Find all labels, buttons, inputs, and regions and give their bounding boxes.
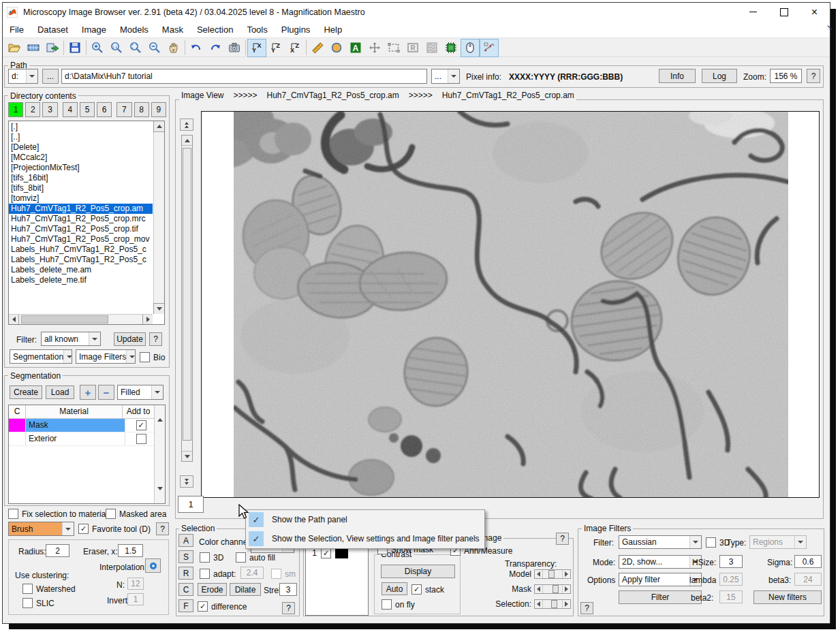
- file-list-item[interactable]: [MCcalc2]: [9, 153, 153, 163]
- recent-dirs-select[interactable]: ...: [431, 69, 460, 84]
- mouse-wheel-icon[interactable]: [461, 39, 480, 57]
- crop-tool-icon[interactable]: [384, 39, 403, 57]
- adapt-input[interactable]: 2.4: [240, 567, 264, 579]
- auto-contrast-button[interactable]: Auto: [382, 582, 407, 595]
- browse-button[interactable]: ...: [42, 69, 59, 84]
- material-addto-checkbox[interactable]: [125, 432, 157, 445]
- filter-select[interactable]: Gaussian: [619, 535, 702, 549]
- h-scroll-thumb[interactable]: [21, 315, 108, 323]
- erode-button[interactable]: Erode: [198, 583, 227, 596]
- file-list-item[interactable]: Huh7_CmVTag1_R2_Pos5_crop.am: [9, 204, 153, 214]
- material-row[interactable]: Mask✓: [9, 419, 165, 432]
- file-list-item[interactable]: Huh7_CmVTag1_R2_Pos5_crop_mov: [9, 234, 153, 244]
- create-model-button[interactable]: Create: [10, 385, 42, 399]
- zoom-one-to-one-icon[interactable]: 1:1: [107, 39, 126, 57]
- selection-f-button[interactable]: F: [178, 599, 193, 612]
- file-list-item[interactable]: Labels_delete_me.am: [9, 265, 153, 275]
- buffer-button-3[interactable]: 3: [42, 102, 57, 117]
- slice-slider[interactable]: [181, 135, 193, 462]
- material-name[interactable]: Exterior: [26, 432, 125, 445]
- info-button[interactable]: Info: [659, 69, 696, 83]
- channel-listbox[interactable]: 1✓: [305, 545, 369, 616]
- minimize-button[interactable]: [738, 3, 768, 21]
- beta3-input[interactable]: 24: [794, 573, 822, 586]
- view-settings-help-button[interactable]: ?: [556, 533, 569, 545]
- fill-type-select[interactable]: Filled: [117, 385, 164, 400]
- onfly-checkbox[interactable]: on fly: [382, 599, 415, 610]
- sigma-input[interactable]: 0.6: [794, 555, 822, 568]
- filters-help-button[interactable]: ?: [580, 602, 593, 614]
- materials-scrollbar[interactable]: [154, 405, 165, 503]
- file-filter-select[interactable]: all known: [41, 332, 101, 346]
- zoom-input[interactable]: 156 %: [770, 69, 802, 83]
- dataset-grid-icon[interactable]: [24, 39, 43, 57]
- remove-material-button[interactable]: −: [98, 385, 114, 400]
- menu-item-selection[interactable]: Selection: [190, 21, 240, 37]
- radius-input[interactable]: 2: [46, 544, 69, 557]
- autofill-checkbox[interactable]: auto fill: [236, 552, 275, 563]
- selection-3d-checkbox[interactable]: 3D: [200, 552, 223, 563]
- file-list-item[interactable]: [Delete]: [9, 142, 153, 153]
- mode-select[interactable]: 2D, show...: [619, 555, 702, 569]
- h-scrollbar[interactable]: [9, 314, 153, 324]
- brush-config-icon[interactable]: [480, 39, 499, 57]
- roi-tool-icon[interactable]: R: [403, 39, 422, 57]
- display-button[interactable]: Display: [381, 565, 455, 578]
- difference-checkbox[interactable]: ✓difference: [198, 601, 247, 612]
- menu-item-tools[interactable]: Tools: [240, 21, 274, 37]
- menu-item-file[interactable]: File: [3, 21, 31, 37]
- measure-ruler-icon[interactable]: [308, 39, 327, 57]
- selection-a-button[interactable]: A: [178, 534, 193, 547]
- file-list-item[interactable]: Labels_Huh7_CmVTag1_R2_Pos5_c: [9, 244, 153, 255]
- hsize-input[interactable]: 3: [719, 555, 743, 568]
- material-name[interactable]: Mask: [26, 419, 125, 432]
- undo-icon[interactable]: [187, 39, 206, 57]
- plane-yz-icon[interactable]: YZ: [266, 39, 285, 57]
- new-filters-button[interactable]: New filters: [753, 590, 822, 604]
- scroll-up-button[interactable]: [153, 121, 164, 132]
- dock-arrow-icon[interactable]: ↘: [826, 22, 833, 32]
- plane-xz-icon[interactable]: XZ: [285, 39, 305, 57]
- drive-select[interactable]: d:: [8, 69, 38, 84]
- buffer-button-8[interactable]: 8: [134, 102, 149, 117]
- magic-wand-icon[interactable]: [422, 39, 441, 57]
- stack-checkbox[interactable]: ✓stack: [411, 584, 444, 595]
- redo-icon[interactable]: [206, 39, 225, 57]
- channel-color-swatch[interactable]: [335, 548, 348, 558]
- zoom-fit-icon[interactable]: [126, 39, 145, 57]
- path-input[interactable]: d:\DataMix\Huh7 tutorial: [61, 69, 427, 84]
- zoom-out-icon[interactable]: [145, 39, 164, 57]
- file-list-item[interactable]: [..]: [9, 132, 153, 142]
- n-input[interactable]: 12: [127, 578, 144, 590]
- log-button[interactable]: Log: [702, 69, 737, 83]
- favorite-tool-checkbox[interactable]: ✓Favorite tool (D): [78, 524, 151, 534]
- file-list-item[interactable]: [tifs_16bit]: [9, 173, 153, 183]
- file-list-item[interactable]: Huh7_CmVTag1_R2_Pos5_crop.tif: [9, 224, 153, 234]
- lambda-input[interactable]: 0.25: [719, 573, 743, 586]
- buffer-button-6[interactable]: 6: [97, 102, 112, 117]
- right-panel-select[interactable]: Image Filters: [76, 349, 136, 364]
- file-list-item[interactable]: Labels_delete_me.tif: [9, 275, 153, 285]
- material-color-swatch[interactable]: [9, 419, 26, 432]
- sm-checkbox[interactable]: sm: [271, 569, 296, 579]
- context-menu-item[interactable]: ✓Show the Path panel: [246, 510, 484, 529]
- selection-r-button[interactable]: R: [178, 567, 193, 580]
- dilate-button[interactable]: Dilate: [230, 583, 261, 596]
- context-menu-item[interactable]: ✓Show the Selection, View settings and I…: [246, 529, 484, 548]
- load-model-button[interactable]: Load: [46, 385, 74, 399]
- open-file-icon[interactable]: [5, 39, 24, 57]
- strel-input[interactable]: 3: [279, 583, 297, 596]
- watershed-checkbox[interactable]: Watershed: [22, 584, 76, 594]
- interpolation-settings-button[interactable]: [145, 558, 161, 573]
- slice-slider-thumb[interactable]: [183, 148, 191, 441]
- mask-transparency-slider[interactable]: [534, 584, 571, 594]
- buffer-button-7[interactable]: 7: [116, 102, 131, 117]
- add-material-button[interactable]: +: [80, 385, 96, 400]
- move-tool-icon[interactable]: [365, 39, 384, 57]
- plane-yx-icon[interactable]: YX: [247, 39, 266, 57]
- import-image-icon[interactable]: [43, 39, 62, 57]
- v-scrollbar[interactable]: [153, 132, 164, 303]
- tool-help-button[interactable]: ?: [156, 522, 169, 535]
- file-list-item[interactable]: [tifs_8bit]: [9, 183, 153, 193]
- channel-checkbox[interactable]: ✓: [321, 548, 331, 558]
